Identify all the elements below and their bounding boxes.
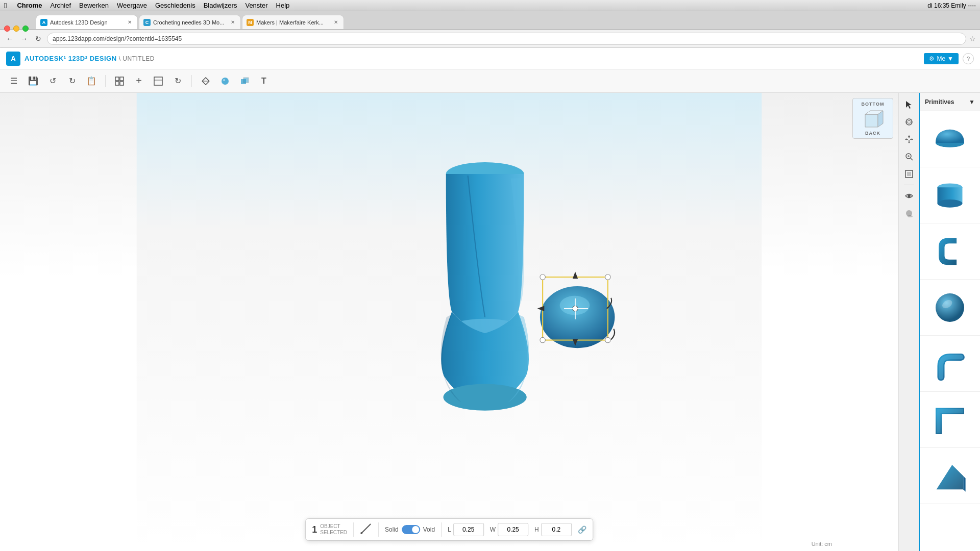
primitive-sphere[interactable] [920, 280, 980, 336]
refresh-button[interactable]: ↻ [33, 33, 44, 44]
add-button[interactable]: + [131, 73, 146, 89]
svg-rect-0 [115, 77, 119, 81]
me-label: Me [937, 55, 945, 62]
undo-button[interactable]: ↺ [45, 73, 60, 89]
tab-close-autodesk[interactable]: ✕ [126, 19, 133, 26]
status-separator-2 [378, 522, 379, 537]
primitives-dropdown-icon[interactable]: ▼ [969, 98, 975, 106]
me-button[interactable]: ⚙ Me ▼ [924, 53, 959, 64]
height-input[interactable] [541, 523, 572, 536]
menu-bewerken[interactable]: Bewerken [79, 2, 109, 9]
toolbar-separator-1 [105, 75, 106, 87]
status-separator-3 [441, 522, 442, 537]
select-tool-button[interactable] [901, 97, 917, 112]
tab-title-crocheting: Crocheting needles 3D Mo... [153, 19, 227, 26]
menu-weergave[interactable]: Weergave [117, 2, 147, 9]
fit-button[interactable] [901, 166, 917, 182]
primitive-wedge[interactable] [920, 448, 980, 504]
svg-marker-36 [908, 142, 910, 143]
svg-point-18 [540, 274, 545, 280]
back-button[interactable]: ← [4, 33, 15, 44]
minimize-dot[interactable] [13, 26, 19, 32]
primitive-half-sphere[interactable] [920, 111, 980, 167]
grid-button[interactable] [112, 73, 127, 89]
height-input-area: H [534, 523, 572, 536]
view-icon [904, 191, 914, 201]
primitive-c-shape[interactable] [920, 223, 980, 280]
orbit-button[interactable] [901, 114, 917, 130]
zoom-button[interactable] [901, 149, 917, 164]
copy-button[interactable]: 📋 [84, 73, 99, 89]
object-selected-label: OBJECT SELECTED [320, 523, 347, 536]
primitive-cylinder[interactable] [920, 167, 980, 223]
layout-button[interactable] [151, 73, 166, 89]
menu-archief[interactable]: Archief [51, 2, 71, 9]
svg-point-19 [605, 274, 610, 280]
grid-icon [115, 77, 124, 86]
material-button[interactable] [217, 73, 233, 89]
svg-point-16 [560, 296, 590, 315]
svg-line-40 [911, 158, 913, 160]
width-input[interactable] [498, 523, 528, 536]
fullscreen-dot[interactable] [22, 26, 29, 32]
menubar-time: di 16:35 Emily ---- [927, 2, 976, 9]
menu-chrome[interactable]: Chrome [17, 2, 42, 9]
svg-point-52 [936, 293, 964, 322]
nav-cube[interactable]: BOTTOM BACK [852, 98, 893, 139]
link-icon[interactable]: 🔗 [578, 525, 586, 534]
refresh-3d-button[interactable]: ↻ [170, 73, 185, 89]
tab-close-crocheting[interactable]: ✕ [229, 19, 236, 26]
object-count: 1 [312, 524, 317, 535]
svg-marker-33 [906, 101, 912, 109]
tab-favicon-makers: M [247, 19, 254, 26]
svg-point-34 [906, 119, 912, 125]
solid-void-switch[interactable] [402, 525, 420, 534]
window-controls[interactable] [4, 26, 29, 32]
toolbar: ☰ 💾 ↺ ↻ 📋 + ↻ [0, 69, 980, 93]
menu-button[interactable]: ☰ [6, 73, 21, 89]
svg-rect-10 [243, 78, 249, 83]
address-input[interactable] [47, 33, 966, 45]
length-input[interactable] [453, 523, 484, 536]
tab-title-makers: Makers | Makerfaire Kerk... [256, 19, 330, 26]
svg-marker-37 [905, 138, 906, 140]
forward-button[interactable]: → [18, 33, 30, 44]
svg-point-7 [222, 78, 229, 85]
redo-button[interactable]: ↻ [64, 73, 80, 89]
toggle-knob [412, 526, 419, 533]
length-input-area: L [448, 523, 484, 536]
tab-close-makers[interactable]: ✕ [332, 19, 339, 26]
autodesk-logo: A [6, 52, 20, 66]
tab-autodesk[interactable]: A Autodesk 123D Design ✕ [36, 15, 138, 29]
viewport[interactable]: BOTTOM BACK 1 OBJECT SELECTED [0, 93, 898, 551]
close-dot[interactable] [4, 26, 10, 32]
tab-favicon-crocheting: C [143, 19, 151, 26]
tab-crocheting[interactable]: C Crocheting needles 3D Mo... ✕ [139, 15, 241, 29]
help-button[interactable]: ? [963, 53, 974, 64]
transform-button[interactable] [198, 73, 213, 89]
tab-makers[interactable]: M Makers | Makerfaire Kerk... ✕ [242, 15, 344, 29]
app-brand: AUTODESK¹ 123D² DESIGN [24, 55, 117, 62]
tool-icon [360, 522, 372, 535]
app-title: AUTODESK¹ 123D² DESIGN \ UNTITLED [24, 55, 155, 62]
bookmark-icon[interactable]: ☆ [969, 35, 976, 43]
menu-bladwijzers[interactable]: Bladwijzers [204, 2, 237, 9]
menu-geschiedenis[interactable]: Geschiedenis [155, 2, 195, 9]
primitive-pipe-bend[interactable] [920, 336, 980, 392]
boolean-button[interactable] [237, 73, 252, 89]
save-button[interactable]: 💾 [26, 73, 41, 89]
svg-rect-3 [120, 82, 124, 85]
menu-help[interactable]: Help [276, 2, 290, 9]
solid-label: Solid [385, 526, 399, 533]
svg-point-47 [908, 215, 913, 217]
sphere-icon [932, 290, 968, 325]
svg-point-32 [360, 532, 362, 534]
view-button[interactable] [901, 188, 917, 204]
primitive-angle[interactable] [920, 392, 980, 448]
shadow-button[interactable] [901, 206, 917, 221]
text-button[interactable]: T [256, 73, 272, 89]
apple-icon[interactable]:  [4, 1, 7, 10]
menu-venster[interactable]: Venster [245, 2, 267, 9]
pan-button[interactable] [901, 132, 917, 147]
unit-label: Unit: cm [812, 541, 832, 547]
